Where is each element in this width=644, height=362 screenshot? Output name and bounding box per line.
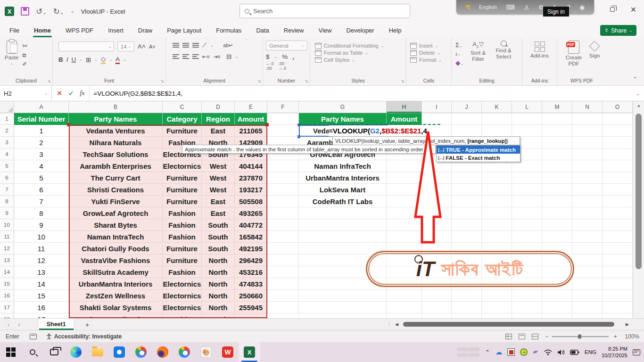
- cell[interactable]: [482, 313, 512, 318]
- sign-button[interactable]: Sign: [589, 41, 600, 67]
- cell[interactable]: [603, 302, 633, 313]
- fill-down-icon[interactable]: ⤓⌄: [455, 51, 463, 57]
- cell[interactable]: [422, 207, 452, 219]
- cell[interactable]: [267, 231, 299, 243]
- cell[interactable]: Pitara Handicrafts: [69, 313, 163, 318]
- column-header-I[interactable]: I: [422, 101, 452, 113]
- format-painter-icon[interactable]: ✐: [22, 61, 27, 67]
- row-number[interactable]: 6: [0, 172, 14, 184]
- tray-expand-icon[interactable]: ⌃: [485, 349, 490, 356]
- row-number[interactable]: 10: [0, 219, 14, 231]
- accounting-format-icon[interactable]: $: [266, 53, 270, 60]
- clear-icon[interactable]: ◆⌄: [455, 59, 463, 66]
- cell[interactable]: [267, 290, 299, 302]
- cell[interactable]: Fashion: [163, 231, 202, 243]
- cell[interactable]: North: [202, 302, 235, 313]
- column-header-K[interactable]: K: [482, 101, 512, 113]
- next-sheet-icon[interactable]: ›: [18, 321, 20, 328]
- edge-button[interactable]: [65, 342, 87, 362]
- cell[interactable]: [267, 184, 299, 196]
- cell[interactable]: SkillSutra Academy: [69, 266, 163, 278]
- quick-access-toolbar-icon[interactable]: ⌄: [70, 9, 74, 14]
- cell[interactable]: [482, 302, 512, 313]
- menu-tab-wps-pdf[interactable]: WPS PDF: [65, 24, 94, 37]
- cell[interactable]: North: [202, 278, 235, 290]
- cell[interactable]: [267, 313, 299, 318]
- column-header-C[interactable]: C: [163, 101, 202, 113]
- file-explorer-button[interactable]: [87, 342, 108, 362]
- cell[interactable]: West: [202, 172, 235, 184]
- alignment-dialog-launcher-icon[interactable]: ⇘: [257, 79, 261, 83]
- cell[interactable]: South: [202, 231, 235, 243]
- cell[interactable]: 15: [14, 290, 69, 302]
- cell[interactable]: [422, 231, 452, 243]
- row-number[interactable]: 18: [0, 313, 14, 318]
- row-number[interactable]: 14: [0, 266, 14, 278]
- borders-icon[interactable]: ⊞: [86, 56, 91, 64]
- vertical-scrollbar[interactable]: ▲: [633, 101, 644, 318]
- cell[interactable]: [603, 125, 633, 137]
- scroll-up-icon[interactable]: ▲: [633, 103, 644, 108]
- menu-tab-home[interactable]: Home: [33, 24, 52, 37]
- number-format-combobox[interactable]: General⌄: [266, 41, 307, 50]
- close-window-button[interactable]: ✕: [623, 0, 644, 19]
- save-icon[interactable]: [21, 7, 29, 16]
- cell[interactable]: Naman InfraTech: [299, 160, 387, 172]
- cell[interactable]: [387, 160, 422, 172]
- increase-indent-icon[interactable]: ⇥≡: [213, 54, 221, 60]
- cloud-icon[interactable]: ☁: [495, 348, 502, 356]
- cell[interactable]: 193217: [235, 184, 267, 196]
- cell[interactable]: [542, 231, 572, 243]
- cell[interactable]: TechSaar Solutions: [69, 148, 163, 160]
- cell[interactable]: [512, 313, 542, 318]
- cell[interactable]: [387, 196, 422, 207]
- shrink-font-icon[interactable]: A˅: [149, 44, 156, 49]
- cell[interactable]: Party Names: [299, 113, 387, 125]
- cell[interactable]: [542, 302, 572, 313]
- cell[interactable]: [387, 184, 422, 196]
- restore-window-button[interactable]: [602, 0, 623, 19]
- cell[interactable]: Category: [163, 113, 202, 125]
- keyboard-icon[interactable]: ⌨: [506, 4, 515, 11]
- taskbar-search-button[interactable]: [22, 342, 43, 362]
- cell[interactable]: [512, 172, 542, 184]
- cell[interactable]: Aarambh Enterprises: [69, 160, 163, 172]
- cell[interactable]: [267, 160, 299, 172]
- cell[interactable]: 493265: [235, 207, 267, 219]
- feather-pen-icon[interactable]: ✒: [532, 347, 540, 357]
- bold-button[interactable]: B: [58, 56, 63, 63]
- cell[interactable]: [572, 172, 603, 184]
- comma-format-icon[interactable]: ,: [292, 53, 294, 60]
- cell[interactable]: [299, 290, 387, 302]
- cell[interactable]: [603, 266, 633, 278]
- cell[interactable]: West: [202, 160, 235, 172]
- cell[interactable]: Furniture: [163, 172, 202, 184]
- cell[interactable]: Furniture: [163, 255, 202, 266]
- cell[interactable]: 165842: [235, 231, 267, 243]
- cell[interactable]: [267, 302, 299, 313]
- cell[interactable]: [452, 207, 482, 219]
- align-top-icon[interactable]: [173, 42, 179, 49]
- cell[interactable]: [482, 172, 512, 184]
- cell[interactable]: [482, 207, 512, 219]
- cell[interactable]: Furniture: [163, 196, 202, 207]
- insert-function-icon[interactable]: fx: [80, 90, 84, 97]
- menu-tab-draw[interactable]: Draw: [137, 24, 153, 37]
- row-number[interactable]: 9: [0, 207, 14, 219]
- font-color-icon[interactable]: A: [116, 56, 120, 64]
- column-header-J[interactable]: J: [452, 101, 482, 113]
- cell[interactable]: Party Names: [69, 113, 163, 125]
- firefox-button[interactable]: [152, 342, 173, 362]
- paint-button[interactable]: 🎨: [195, 342, 217, 362]
- cell[interactable]: [387, 302, 422, 313]
- cell[interactable]: 296429: [235, 255, 267, 266]
- cell[interactable]: [482, 196, 512, 207]
- cell[interactable]: [512, 302, 542, 313]
- notification-center-icon[interactable]: [633, 349, 640, 355]
- row-number[interactable]: 4: [0, 148, 14, 160]
- cell[interactable]: UrbanMantra Interiors: [299, 172, 387, 184]
- cell[interactable]: East: [202, 196, 235, 207]
- cell[interactable]: Furniture: [163, 243, 202, 255]
- cell[interactable]: Fashion: [163, 219, 202, 231]
- cell[interactable]: Furniture: [163, 125, 202, 137]
